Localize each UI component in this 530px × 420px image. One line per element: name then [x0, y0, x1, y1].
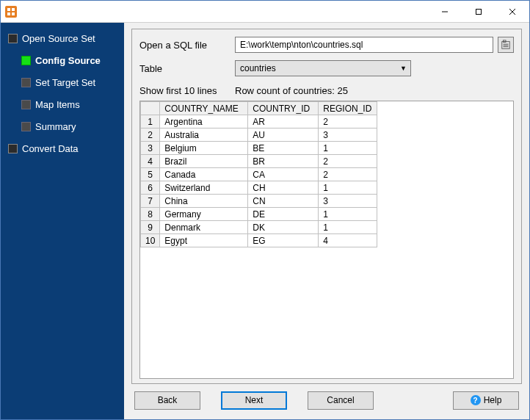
svg-rect-1: [476, 9, 482, 14]
help-button[interactable]: ? Help: [453, 391, 519, 410]
table-row[interactable]: 1ArgentinaAR2: [141, 115, 377, 128]
table-cell: CN: [248, 195, 319, 208]
sql-file-input[interactable]: [235, 37, 493, 53]
table-cell: 2: [319, 155, 377, 168]
nav-label: Open Source Set: [22, 33, 95, 44]
row-number: 7: [141, 195, 160, 208]
table-cell: Canada: [160, 168, 248, 181]
row-number: 3: [141, 142, 160, 155]
table-cell: China: [160, 195, 248, 208]
browse-file-button[interactable]: [498, 37, 514, 53]
nav-item-set-target-set[interactable]: Set Target Set: [1, 71, 124, 93]
row-count-text: Row count of countries: 25: [235, 85, 348, 96]
table-cell: 3: [319, 195, 377, 208]
help-icon: ?: [471, 395, 481, 405]
table-cell: AU: [248, 128, 319, 142]
next-button[interactable]: Next: [221, 391, 287, 410]
table-cell: 1: [319, 208, 377, 221]
row-number: 2: [141, 128, 160, 142]
main-panel: Open a SQL file Table: [124, 23, 529, 419]
col-header-country-id[interactable]: COUNTRY_ID: [248, 102, 319, 115]
table-corner: [141, 102, 160, 115]
table-cell: DK: [248, 221, 319, 234]
table-row[interactable]: 3BelgiumBE1: [141, 142, 377, 155]
nav-box-icon: [8, 144, 18, 153]
col-header-country-name[interactable]: COUNTRY_NAME: [160, 102, 248, 115]
table-cell: 1: [319, 221, 377, 234]
table-select-value: countries: [240, 63, 276, 73]
maximize-icon: [475, 8, 482, 15]
nav-item-open-source-set[interactable]: Open Source Set: [1, 27, 124, 49]
browse-file-icon: [501, 40, 511, 50]
table-label: Table: [139, 63, 235, 74]
table-row[interactable]: 4BrazilBR2: [141, 155, 377, 168]
nav-item-config-source[interactable]: Config Source: [1, 49, 124, 71]
close-icon: [509, 8, 516, 15]
nav-label: Config Source: [35, 55, 101, 66]
table-cell: Argentina: [160, 115, 248, 128]
table-cell: Brazil: [160, 155, 248, 168]
row-number: 1: [141, 115, 160, 128]
app-icon: [5, 6, 17, 18]
nav-item-map-items[interactable]: Map Items: [1, 93, 124, 115]
table-row[interactable]: 10EgyptEG4: [141, 234, 377, 247]
table-row[interactable]: 8GermanyDE1: [141, 208, 377, 221]
table-cell: DE: [248, 208, 319, 221]
sidebar: Open Source Set Config Source Set Target…: [1, 23, 124, 419]
row-number: 6: [141, 181, 160, 195]
row-number: 8: [141, 208, 160, 221]
minimize-button[interactable]: [428, 1, 462, 23]
nav-item-summary[interactable]: Summary: [1, 115, 124, 137]
back-button[interactable]: Back: [134, 391, 200, 410]
nav-label: Set Target Set: [35, 77, 95, 88]
table-cell: EG: [248, 234, 319, 247]
row-number: 5: [141, 168, 160, 181]
col-header-region-id[interactable]: REGION_ID: [319, 102, 377, 115]
row-number: 4: [141, 155, 160, 168]
row-number: 9: [141, 221, 160, 234]
table-cell: Belgium: [160, 142, 248, 155]
nav-box-icon: [21, 100, 31, 109]
minimize-icon: [441, 8, 449, 15]
table-cell: Switzerland: [160, 181, 248, 195]
table-row[interactable]: 6SwitzerlandCH1: [141, 181, 377, 195]
table-cell: Germany: [160, 208, 248, 221]
table-cell: CH: [248, 181, 319, 195]
nav-label: Summary: [35, 121, 76, 132]
nav-box-icon: [21, 78, 31, 87]
app-window: Open Source Set Config Source Set Target…: [0, 0, 530, 420]
table-cell: Egypt: [160, 234, 248, 247]
table-row[interactable]: 9DenmarkDK1: [141, 221, 377, 234]
table-cell: 1: [319, 181, 377, 195]
table-select[interactable]: countries: [235, 60, 411, 76]
table-cell: CA: [248, 168, 319, 181]
close-button[interactable]: [495, 1, 529, 23]
nav-box-icon: [21, 122, 31, 131]
table-cell: BR: [248, 155, 319, 168]
table-cell: Australia: [160, 128, 248, 142]
nav-box-icon: [21, 56, 31, 65]
table-cell: BE: [248, 142, 319, 155]
maximize-button[interactable]: [462, 1, 495, 23]
button-bar: Back Next Cancel ? Help: [131, 384, 522, 416]
nav-label: Map Items: [35, 99, 80, 110]
nav-box-icon: [8, 34, 18, 43]
preview-table: COUNTRY_NAME COUNTRY_ID REGION_ID 1Argen…: [140, 101, 377, 247]
table-cell: AR: [248, 115, 319, 128]
row-number: 10: [141, 234, 160, 247]
nav-item-convert-data[interactable]: Convert Data: [1, 137, 124, 159]
table-row[interactable]: 7ChinaCN3: [141, 195, 377, 208]
table-row[interactable]: 5CanadaCA2: [141, 168, 377, 181]
table-cell: Denmark: [160, 221, 248, 234]
nav-label: Convert Data: [22, 143, 79, 154]
table-cell: 2: [319, 168, 377, 181]
preview-table-wrap[interactable]: COUNTRY_NAME COUNTRY_ID REGION_ID 1Argen…: [139, 101, 514, 379]
preview-label: Show first 10 lines: [139, 85, 235, 96]
titlebar: [1, 1, 529, 23]
table-cell: 1: [319, 142, 377, 155]
table-cell: 3: [319, 128, 377, 142]
table-cell: 2: [319, 115, 377, 128]
cancel-button[interactable]: Cancel: [308, 391, 374, 410]
table-row[interactable]: 2AustraliaAU3: [141, 128, 377, 142]
table-cell: 4: [319, 234, 377, 247]
